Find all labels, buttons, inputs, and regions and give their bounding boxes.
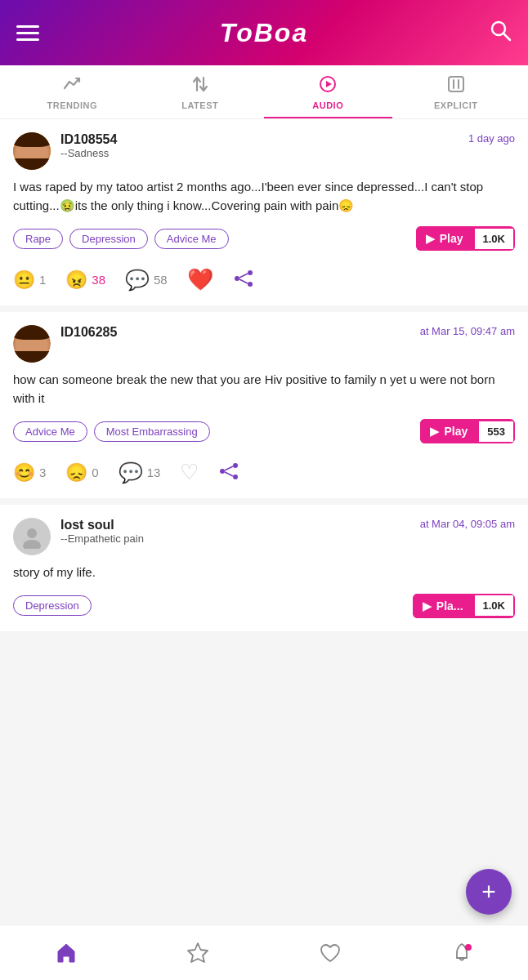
post-category: --Sadness <box>60 147 468 159</box>
tag-advice-me[interactable]: Advice Me <box>13 421 87 442</box>
app-logo: ToBoa <box>220 18 308 48</box>
reactions-row: 😊 3 😞 0 💬 13 ♡ <box>13 455 515 485</box>
post-category: --Empathetic pain <box>60 532 420 545</box>
reactions-row: 😐 1 😠 38 💬 58 ❤️ <box>13 262 515 292</box>
happy-emoji: 😊 <box>13 462 35 483</box>
post-username: lost soul <box>60 518 420 532</box>
happy-count: 3 <box>39 466 46 479</box>
avatar <box>13 132 51 170</box>
svg-point-19 <box>27 528 37 538</box>
reaction-happy[interactable]: 😊 3 <box>13 462 46 483</box>
menu-button[interactable] <box>16 25 39 41</box>
neutral-emoji: 😐 <box>13 270 35 291</box>
post-item: ID108554 --Sadness 1 day ago I was raped… <box>0 119 528 305</box>
post-actions-row: Advice Me Most Embarrassing ▶ Play 553 <box>13 419 515 443</box>
heart-empty-icon: ♡ <box>180 460 199 484</box>
tab-latest[interactable]: LATEST <box>136 65 265 118</box>
post-item-partial: lost soul --Empathetic pain at Mar 04, 0… <box>0 505 528 631</box>
tag-advice-me[interactable]: Advice Me <box>154 229 229 249</box>
comment-count: 13 <box>147 466 161 479</box>
svg-point-11 <box>235 276 239 281</box>
audio-icon <box>319 75 337 97</box>
share-button[interactable] <box>233 270 254 291</box>
avatar <box>13 518 51 555</box>
post-time: 1 day ago <box>468 132 515 145</box>
play-count: 1.0K <box>473 227 515 251</box>
play-count: 1.0K <box>473 594 515 617</box>
post-meta: ID108554 --Sadness <box>60 132 468 159</box>
tag-most-embarrassing[interactable]: Most Embarrassing <box>94 421 210 442</box>
svg-point-14 <box>233 463 238 468</box>
svg-point-15 <box>233 474 238 479</box>
comment-button[interactable]: 💬 13 <box>119 461 161 484</box>
post-meta: lost soul --Empathetic pain <box>60 518 420 545</box>
svg-point-16 <box>220 469 225 474</box>
comment-count: 58 <box>154 273 168 287</box>
tab-audio[interactable]: AUDIO <box>264 65 392 118</box>
reaction-sad[interactable]: 😞 0 <box>65 462 98 483</box>
post-header: ID108554 --Sadness 1 day ago <box>13 132 515 170</box>
comment-icon: 💬 <box>119 461 143 484</box>
tags: Advice Me Most Embarrassing <box>13 421 210 442</box>
post-item: ID106285 at Mar 15, 09:47 am how can som… <box>0 312 528 498</box>
explicit-icon <box>447 75 465 97</box>
reaction-angry[interactable]: 😠 38 <box>65 270 105 291</box>
app-header: ToBoa <box>0 0 528 65</box>
tags: Rape Depression Advice Me <box>13 229 229 249</box>
svg-point-10 <box>248 282 253 287</box>
play-button[interactable]: ▶ Play 553 <box>420 419 515 443</box>
tab-bar: TRENDING LATEST AUDIO <box>0 65 528 119</box>
share-icon <box>218 462 239 480</box>
post-header: ID106285 at Mar 15, 09:47 am <box>13 325 515 363</box>
svg-marker-5 <box>326 81 332 87</box>
like-button[interactable]: ♡ <box>180 460 199 485</box>
play-icon-area: ▶ Play <box>420 419 477 443</box>
post-username: ID106285 <box>60 325 420 340</box>
svg-line-1 <box>503 33 510 40</box>
sad-emoji: 😞 <box>65 462 87 483</box>
post-actions-row: Rape Depression Advice Me ▶ Play 1.0K <box>13 226 515 251</box>
play-count: 553 <box>477 420 515 443</box>
play-icon-area: ▶ Play <box>416 226 473 251</box>
post-time: at Mar 04, 09:05 am <box>420 518 515 530</box>
svg-rect-6 <box>449 77 463 91</box>
svg-line-17 <box>225 466 233 470</box>
trending-icon <box>63 75 81 97</box>
tag-depression[interactable]: Depression <box>69 229 148 249</box>
search-icon[interactable] <box>489 19 512 47</box>
reaction-neutral[interactable]: 😐 1 <box>13 270 46 291</box>
feed-container: ID108554 --Sadness 1 day ago I was raped… <box>0 119 528 755</box>
like-button[interactable]: ❤️ <box>187 267 213 292</box>
tab-trending[interactable]: TRENDING <box>8 65 136 118</box>
tag-depression[interactable]: Depression <box>13 595 92 616</box>
post-meta: ID106285 <box>60 325 420 340</box>
play-icon-area: ▶ Pla... <box>413 594 473 618</box>
comment-icon: 💬 <box>125 269 150 292</box>
svg-point-20 <box>23 540 41 549</box>
svg-line-12 <box>239 274 248 278</box>
latest-icon <box>191 75 209 97</box>
svg-line-13 <box>239 279 248 283</box>
post-content: story of my life. <box>13 564 515 582</box>
angry-count: 38 <box>92 273 105 287</box>
share-icon <box>233 270 254 287</box>
play-triangle-icon: ▶ <box>426 232 435 245</box>
play-triangle-icon: ▶ <box>430 425 439 438</box>
play-button[interactable]: ▶ Pla... 1.0K <box>413 594 515 618</box>
tab-explicit[interactable]: EXPLICIT <box>392 65 521 118</box>
angry-emoji: 😠 <box>65 270 87 291</box>
share-button[interactable] <box>218 462 239 483</box>
post-header: lost soul --Empathetic pain at Mar 04, 0… <box>13 518 515 555</box>
comment-button[interactable]: 💬 58 <box>125 269 168 292</box>
post-username: ID108554 <box>60 132 468 147</box>
heart-icon: ❤️ <box>187 267 213 292</box>
post-content: how can someone break the new that you a… <box>13 371 515 408</box>
neutral-count: 1 <box>39 273 46 287</box>
tag-rape[interactable]: Rape <box>13 229 63 249</box>
post-time: at Mar 15, 09:47 am <box>420 325 515 337</box>
post-content: I was raped by my tatoo artist 2 months … <box>13 178 515 215</box>
play-button[interactable]: ▶ Play 1.0K <box>416 226 515 251</box>
sad-count: 0 <box>92 466 98 479</box>
play-triangle-icon: ▶ <box>423 599 432 612</box>
svg-point-9 <box>248 270 253 275</box>
